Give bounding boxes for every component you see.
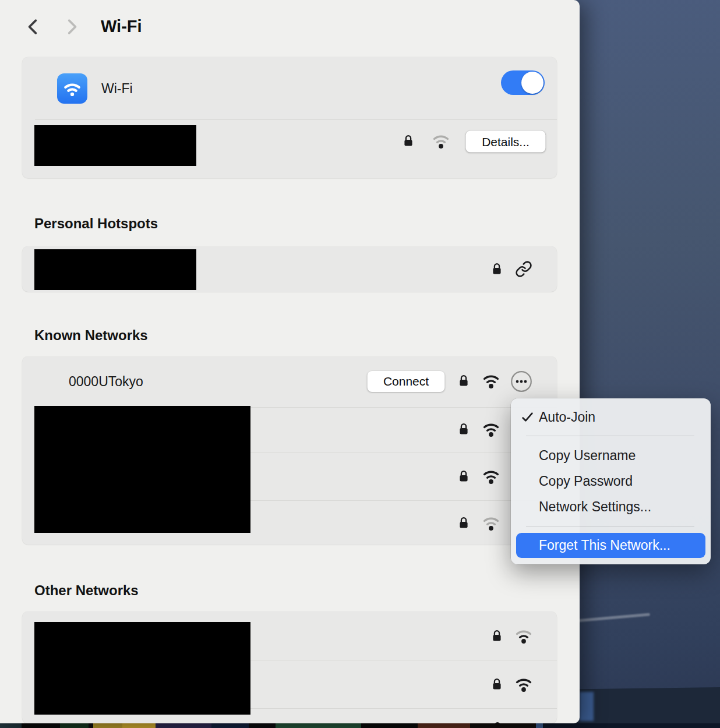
wifi-signal-icon <box>431 132 451 150</box>
dock-app-sliver <box>418 723 470 728</box>
wifi-toggle[interactable] <box>501 70 545 95</box>
wifi-signal-icon <box>481 420 501 438</box>
menu-item-network-settings[interactable]: Network Settings... <box>511 494 711 520</box>
lock-icon <box>490 627 504 645</box>
more-options-button[interactable] <box>510 370 532 393</box>
wifi-signal-icon <box>514 627 534 645</box>
page-title: Wi-Fi <box>101 17 142 36</box>
menu-item-label: Copy Username <box>539 448 636 464</box>
redacted-network-name <box>34 249 196 290</box>
lock-icon <box>457 420 471 439</box>
dock-app-sliver <box>543 723 720 728</box>
lock-icon <box>490 260 504 278</box>
dock-app-sliver <box>156 723 211 728</box>
dock-app-sliver <box>0 723 22 728</box>
forward-button[interactable] <box>62 15 82 38</box>
menu-item-label: Network Settings... <box>539 499 651 515</box>
dock-app-sliver <box>60 723 89 728</box>
network-name: 0000UTokyo <box>69 374 143 390</box>
dock-app-sliver <box>122 723 156 728</box>
settings-window: Wi-Fi Wi-Fi <box>0 0 580 723</box>
dock-app-sliver <box>93 723 122 728</box>
wifi-app-icon <box>57 73 87 104</box>
redacted-network-name <box>34 406 250 533</box>
connect-button[interactable]: Connect <box>368 371 445 392</box>
wifi-signal-icon <box>481 468 501 485</box>
wifi-row-label: Wi-Fi <box>101 81 133 97</box>
dock-app-sliver <box>470 723 536 728</box>
menu-item-label: Forget This Network... <box>539 538 670 553</box>
dock-app-sliver <box>22 723 60 728</box>
menu-divider <box>526 526 694 526</box>
menu-item-label: Copy Password <box>539 473 633 489</box>
menu-item-copy-username[interactable]: Copy Username <box>511 443 711 468</box>
wifi-signal-icon <box>481 514 501 532</box>
divider <box>35 119 557 120</box>
wifi-glyph-icon <box>62 78 83 99</box>
lock-icon <box>457 467 471 486</box>
chevron-left-icon <box>26 17 41 36</box>
chevron-right-icon <box>64 17 79 36</box>
lock-icon <box>457 372 471 390</box>
context-menu: Auto-Join Copy Username Copy Password Ne… <box>511 398 711 564</box>
wallpaper-highlight-streak <box>576 613 650 622</box>
dock-app-sliver <box>89 723 93 728</box>
dock-app-sliver <box>361 723 418 728</box>
lock-icon <box>490 675 504 694</box>
section-heading-other-networks: Other Networks <box>34 582 139 599</box>
back-button[interactable] <box>23 15 43 38</box>
dock-app-sliver <box>249 723 276 728</box>
redacted-network-name <box>34 622 250 715</box>
wifi-signal-icon <box>514 676 534 693</box>
dock-app-sliver <box>536 723 543 728</box>
menu-item-auto-join[interactable]: Auto-Join <box>511 405 711 429</box>
lock-icon <box>490 719 504 723</box>
lock-icon <box>457 514 471 532</box>
section-heading-personal-hotspots: Personal Hotspots <box>34 215 158 232</box>
nav-bar: Wi-Fi <box>0 0 580 52</box>
wifi-signal-icon <box>481 372 501 390</box>
menu-item-label: Auto-Join <box>539 409 595 425</box>
checkmark-icon <box>521 412 534 423</box>
dock-app-sliver <box>276 723 361 728</box>
redacted-network-name <box>34 125 196 166</box>
ellipsis-circle-icon <box>510 370 532 393</box>
dock-app-sliver <box>211 723 249 728</box>
menu-item-copy-password[interactable]: Copy Password <box>511 468 711 494</box>
section-heading-known-networks: Known Networks <box>34 327 148 344</box>
hotspot-link-icon <box>515 260 532 278</box>
desktop: Wi-Fi Wi-Fi <box>0 0 720 728</box>
details-button[interactable]: Details... <box>466 131 546 153</box>
wallpaper-blue-patch <box>580 692 594 721</box>
lock-icon <box>401 132 415 150</box>
dock-strip[interactable] <box>0 723 720 728</box>
menu-item-forget-this-network[interactable]: Forget This Network... <box>516 533 705 558</box>
menu-divider <box>526 436 694 436</box>
toggle-knob <box>521 72 543 94</box>
